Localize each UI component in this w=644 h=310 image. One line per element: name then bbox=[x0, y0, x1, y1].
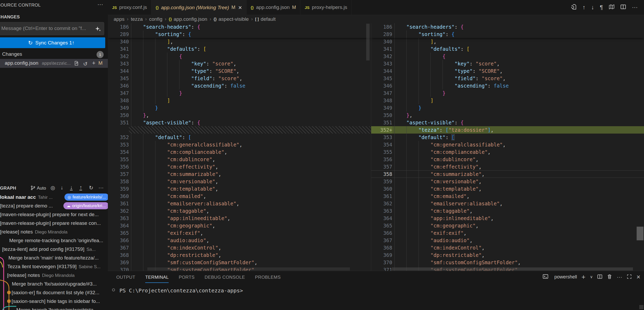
breadcrumb-item[interactable]: {}aspect-visible bbox=[214, 16, 249, 22]
code-line[interactable]: 365"exif:exif", bbox=[108, 229, 371, 237]
code-line[interactable]: 352+"tezza": ["tza:dossier"], bbox=[371, 126, 644, 134]
tab-close-icon[interactable]: × bbox=[238, 5, 242, 10]
commit-row[interactable]: Merge branch 'feature/rm/wachtsta... bbox=[0, 306, 108, 310]
code-line[interactable]: 345"field": "score", bbox=[371, 75, 644, 82]
pull-icon[interactable]: ↓ bbox=[70, 185, 73, 190]
more-actions-icon[interactable]: ··· bbox=[97, 1, 103, 8]
code-line[interactable]: 370"smf:customConfigSmartFolder", bbox=[371, 259, 644, 266]
editor-vertical-scrollbar[interactable] bbox=[637, 227, 643, 240]
code-line[interactable]: 364"cm:geographic", bbox=[108, 222, 371, 229]
code-line[interactable]: 344"type": "SCORE", bbox=[371, 67, 644, 75]
breadcrumb-item[interactable]: apps bbox=[114, 16, 124, 22]
terminal-prompt[interactable]: PS C:\Projecten\contezza\contezza-apps> bbox=[119, 287, 243, 294]
code-line[interactable]: 359"cm:templatable", bbox=[108, 185, 371, 192]
breadcrumb-item[interactable]: {}app.config.json bbox=[169, 16, 207, 22]
code-line[interactable]: 349} bbox=[108, 104, 371, 111]
panel-tab-output[interactable]: OUTPUT bbox=[116, 275, 135, 283]
changed-file-row[interactable]: {} app.config.json apps\tezza\c... ↺ + M bbox=[0, 59, 108, 68]
code-line[interactable]: 369"smf:customConfigSmartFolder", bbox=[108, 259, 371, 266]
code-line[interactable]: 366"audio:audio", bbox=[108, 237, 371, 244]
code-line[interactable]: 341"defaults": [ bbox=[108, 45, 371, 53]
breadcrumb-item[interactable]: tezza bbox=[131, 16, 143, 22]
terminal-dropdown-icon[interactable]: ∨ bbox=[590, 274, 593, 279]
right-pane-horizontal-scrollbar[interactable] bbox=[392, 267, 633, 271]
commit-row[interactable]: Tezza llent toevoegen [#31759]Sabine S..… bbox=[0, 262, 108, 271]
code-line[interactable]: 340], bbox=[108, 38, 371, 45]
code-line[interactable]: 346"ascending": false bbox=[108, 82, 371, 89]
graph-more-icon[interactable]: ··· bbox=[98, 185, 104, 191]
code-line[interactable]: 366"exif:exif", bbox=[371, 229, 644, 237]
fetch-icon[interactable]: ↓ bbox=[61, 185, 63, 191]
code-line[interactable]: 367"audio:audio", bbox=[371, 237, 644, 244]
open-changes-icon[interactable] bbox=[571, 4, 577, 11]
code-line[interactable]: 347} bbox=[108, 89, 371, 97]
left-pane-vertical-scrollbar[interactable] bbox=[366, 24, 370, 60]
code-line[interactable]: 360"cm:emailed", bbox=[108, 192, 371, 200]
commit-row[interactable]: [saxion-search] hide tags in sidebar fo.… bbox=[0, 297, 108, 306]
code-line[interactable] bbox=[108, 126, 371, 134]
code-line[interactable]: 367"cm:indexControl", bbox=[108, 244, 371, 251]
commit-row[interactable]: [saxion-er] fix document list style (#32… bbox=[0, 288, 108, 297]
code-line[interactable]: 341"defaults": [ bbox=[371, 45, 644, 53]
commit-row[interactable]: Merge branch 'fix/saxion/upgrade/#3... bbox=[0, 279, 108, 288]
code-line[interactable]: 348] bbox=[371, 97, 644, 104]
code-line[interactable]: 363"app:inlineeditable", bbox=[108, 215, 371, 222]
panel-tab-terminal[interactable]: TERMINAL bbox=[145, 275, 169, 283]
code-line[interactable]: 289"sorting": { bbox=[108, 31, 371, 38]
code-line[interactable]: 351"aspect-visible": { bbox=[108, 119, 371, 126]
close-panel-icon[interactable]: × bbox=[636, 274, 640, 279]
code-line[interactable]: 343"key": "score", bbox=[371, 60, 644, 67]
tab-proxy.conf.js[interactable]: JSproxy.conf.js bbox=[108, 0, 152, 15]
commit-row[interactable]: lokaal naar accTahir ...◎feature/krinkel… bbox=[0, 193, 108, 201]
commit-row[interactable]: [release] notesDiego Mirandola bbox=[0, 271, 108, 279]
code-line[interactable]: 354"cm:complianceable", bbox=[108, 148, 371, 156]
kill-terminal-icon[interactable] bbox=[607, 274, 612, 280]
code-line[interactable]: 350}, bbox=[371, 111, 644, 119]
graph-auto-label[interactable]: Auto bbox=[37, 186, 46, 191]
code-line[interactable]: 359"cm:versionable", bbox=[371, 178, 644, 185]
code-line[interactable]: 368"cm:indexControl", bbox=[371, 244, 644, 251]
code-line[interactable]: 352"default": [ bbox=[108, 134, 371, 141]
code-line[interactable]: 346"ascending": false bbox=[371, 82, 644, 89]
code-line[interactable]: 289"sorting": { bbox=[371, 31, 644, 38]
panel-tab-ports[interactable]: PORTS bbox=[179, 275, 194, 283]
code-line[interactable]: 365"cm:geographic", bbox=[371, 222, 644, 229]
branch-pill[interactable]: ◎feature/krinkels/... bbox=[64, 194, 108, 201]
code-line[interactable]: 351"aspect-visible": { bbox=[371, 119, 644, 126]
code-line[interactable]: 356"cm:effectivity", bbox=[108, 163, 371, 170]
panel-tab-debug-console[interactable]: DEBUG CONSOLE bbox=[205, 275, 245, 283]
code-line[interactable]: 186"search-headers": { bbox=[108, 23, 371, 31]
code-line[interactable]: 344"type": "SCORE", bbox=[108, 67, 371, 75]
code-line[interactable]: 347} bbox=[371, 89, 644, 97]
next-change-icon[interactable]: ↓ bbox=[591, 4, 594, 10]
left-pane-horizontal-scrollbar[interactable] bbox=[147, 267, 350, 271]
code-line[interactable]: 363"cm:taggable", bbox=[371, 207, 644, 215]
commit-row[interactable]: [tezza] prepare demo ...☁origin/feature/… bbox=[0, 201, 108, 210]
discard-changes-icon[interactable]: ↺ bbox=[83, 61, 88, 67]
code-line[interactable]: 186"search-headers": { bbox=[371, 23, 644, 31]
branch-pill[interactable]: ☁origin/feature/kri... bbox=[63, 202, 108, 209]
code-line[interactable]: 357"cm:effectivity", bbox=[371, 163, 644, 170]
code-line[interactable]: 369"dp:restrictable", bbox=[371, 251, 644, 259]
code-line[interactable]: 364"app:inlineeditable", bbox=[371, 215, 644, 222]
code-line[interactable]: 361"emailserver:aliasable", bbox=[108, 200, 371, 207]
code-line[interactable]: 358"cm:summarizable", bbox=[371, 170, 644, 178]
code-line[interactable]: 356"cm:dublincore", bbox=[371, 156, 644, 163]
tab-proxy-helpers.js[interactable]: JSproxy-helpers.js bbox=[300, 0, 351, 15]
code-line[interactable]: 353"default": [ bbox=[371, 134, 644, 141]
refresh-icon[interactable]: ↻ bbox=[89, 185, 93, 191]
code-line[interactable]: 355"cm:dublincore", bbox=[108, 156, 371, 163]
code-line[interactable]: 362"emailserver:aliasable", bbox=[371, 200, 644, 207]
code-line[interactable]: 360"cm:templatable", bbox=[371, 185, 644, 192]
target-icon[interactable]: ◎ bbox=[51, 185, 55, 191]
code-line[interactable]: 350}, bbox=[108, 111, 371, 119]
open-file-icon[interactable] bbox=[74, 61, 79, 67]
code-line[interactable]: 362"cm:taggable", bbox=[108, 207, 371, 215]
previous-change-icon[interactable]: ↑ bbox=[582, 4, 585, 10]
changes-group-row[interactable]: Changes 1 bbox=[0, 50, 108, 59]
breadcrumb-item[interactable]: config bbox=[149, 16, 163, 22]
split-terminal-icon[interactable] bbox=[597, 274, 602, 280]
code-line[interactable]: 342{ bbox=[108, 53, 371, 60]
branch-icon[interactable] bbox=[31, 185, 36, 192]
code-line[interactable]: 357"cm:summarizable", bbox=[108, 170, 371, 178]
